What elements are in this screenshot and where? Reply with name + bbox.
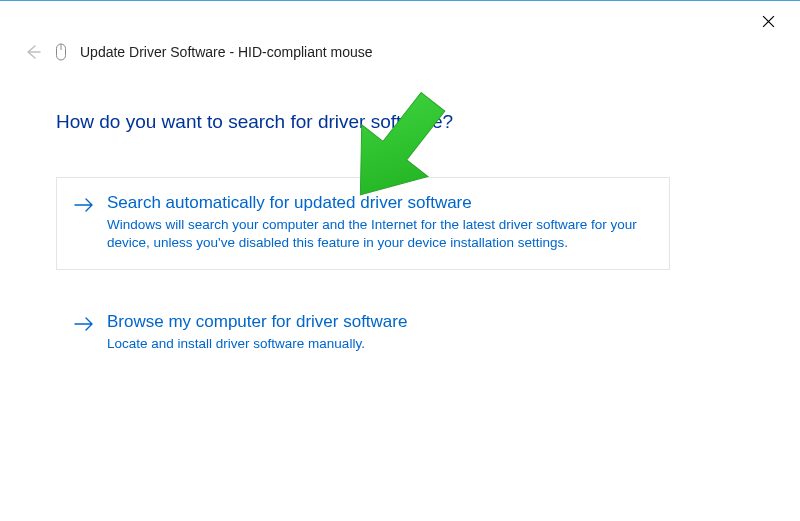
wizard-title: Update Driver Software - HID-compliant m… [80, 44, 373, 60]
arrow-right-icon [73, 194, 95, 216]
arrow-right-icon [73, 313, 95, 335]
back-button[interactable] [22, 42, 42, 62]
option-body: Browse my computer for driver software L… [107, 311, 653, 353]
back-arrow-icon [23, 43, 41, 61]
page-heading: How do you want to search for driver sof… [56, 111, 744, 133]
option-description: Windows will search your computer and th… [107, 216, 653, 252]
option-title: Search automatically for updated driver … [107, 192, 653, 214]
option-description: Locate and install driver software manua… [107, 335, 653, 353]
close-icon [762, 15, 775, 28]
device-icon [54, 43, 68, 61]
option-title: Browse my computer for driver software [107, 311, 653, 333]
close-button[interactable] [750, 7, 786, 35]
option-body: Search automatically for updated driver … [107, 192, 653, 253]
option-search-automatically[interactable]: Search automatically for updated driver … [56, 177, 670, 270]
titlebar [0, 1, 800, 37]
content-area: How do you want to search for driver sof… [0, 67, 800, 370]
wizard-header: Update Driver Software - HID-compliant m… [0, 37, 800, 67]
option-browse-computer[interactable]: Browse my computer for driver software L… [56, 296, 670, 370]
